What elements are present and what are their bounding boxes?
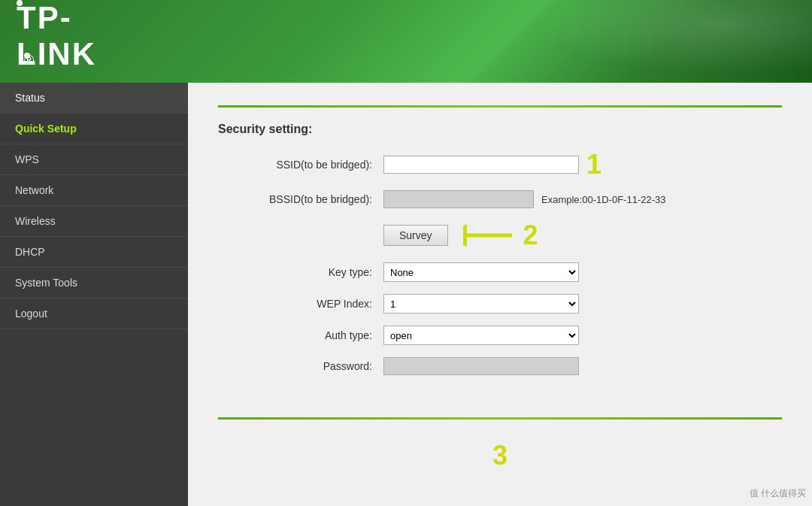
- logo-text: TP-LINK: [17, 0, 23, 6]
- sidebar: Status Quick Setup WPS Network Wireless …: [0, 83, 188, 506]
- annotation-1: 1: [586, 151, 601, 178]
- survey-button[interactable]: Survey: [383, 225, 448, 246]
- auth-type-control: open shared: [383, 326, 579, 345]
- bottom-divider: [218, 417, 782, 420]
- annotation-3: 3: [492, 442, 508, 469]
- main-layout: Status Quick Setup WPS Network Wireless …: [0, 83, 812, 506]
- logo: TP-LINK®: [15, 0, 30, 83]
- annotation-2: 2: [523, 222, 538, 249]
- key-type-label: Key type:: [218, 266, 383, 278]
- bssid-example: Example:00-1D-0F-11-22-33: [541, 194, 665, 205]
- password-label: Password:: [218, 360, 383, 372]
- auth-type-select[interactable]: open shared: [383, 326, 579, 345]
- wep-index-label: WEP Index:: [218, 298, 383, 310]
- key-type-select[interactable]: None WEP WPA/WPA2: [383, 262, 579, 282]
- survey-row: Survey 2: [218, 220, 782, 250]
- auth-type-row: Auth type: open shared: [218, 326, 782, 345]
- watermark: 值 什么值得买: [750, 487, 806, 500]
- ssid-control: 1: [383, 151, 601, 178]
- bssid-row: BSSID(to be bridged): Example:00-1D-0F-1…: [218, 190, 782, 208]
- sidebar-item-logout[interactable]: Logout: [0, 298, 188, 329]
- bssid-input[interactable]: [383, 190, 534, 208]
- auth-type-label: Auth type:: [218, 329, 383, 341]
- content-area: Security setting: SSID(to be bridged): 1…: [188, 83, 812, 506]
- password-control: [383, 357, 579, 375]
- sidebar-item-wps[interactable]: WPS: [0, 144, 188, 175]
- wep-index-select[interactable]: 1 2 3 4: [383, 294, 579, 314]
- password-input[interactable]: [383, 357, 579, 375]
- sidebar-item-wireless[interactable]: Wireless: [0, 206, 188, 237]
- password-row: Password:: [218, 357, 782, 375]
- key-type-row: Key type: None WEP WPA/WPA2: [218, 262, 782, 282]
- bssid-control: Example:00-1D-0F-11-22-33: [383, 190, 665, 208]
- sidebar-item-status[interactable]: Status: [0, 83, 188, 114]
- content-inner: Security setting: SSID(to be bridged): 1…: [188, 83, 812, 492]
- header: TP-LINK®: [0, 0, 812, 83]
- wep-index-row: WEP Index: 1 2 3 4: [218, 294, 782, 314]
- ssid-row: SSID(to be bridged): 1: [218, 151, 782, 178]
- sidebar-item-dhcp[interactable]: DHCP: [0, 237, 188, 268]
- bottom-section: Back Next: [188, 492, 812, 506]
- logo-mark: ®: [24, 53, 30, 59]
- yellow-arrow-icon: [463, 220, 516, 250]
- ssid-label: SSID(to be bridged):: [218, 159, 383, 171]
- key-type-control: None WEP WPA/WPA2: [383, 262, 579, 282]
- survey-control: Survey 2: [383, 220, 538, 250]
- bssid-label: BSSID(to be bridged):: [218, 193, 383, 205]
- wep-index-control: 1 2 3 4: [383, 294, 579, 314]
- top-divider: [218, 105, 782, 108]
- sidebar-item-network[interactable]: Network: [0, 175, 188, 206]
- ssid-input[interactable]: [383, 156, 579, 174]
- sidebar-item-quick-setup[interactable]: Quick Setup: [0, 114, 188, 144]
- sidebar-item-system-tools[interactable]: System Tools: [0, 268, 188, 298]
- section-title: Security setting:: [218, 123, 782, 136]
- annotation-3-row: 3: [218, 435, 782, 477]
